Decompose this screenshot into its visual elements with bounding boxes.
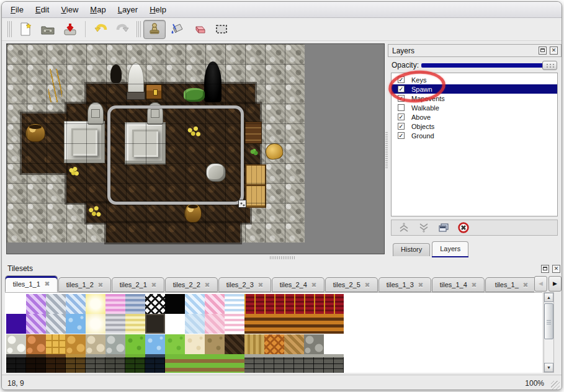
tileset-tab-tiles_2_4[interactable]: tiles_2_4✖ <box>272 277 325 292</box>
tile-grs[interactable] <box>125 334 145 354</box>
tileset-scrollbar[interactable]: ▲ ▼ <box>544 292 554 373</box>
layer-checkbox[interactable]: ✓ <box>398 123 405 130</box>
tile-wds[interactable] <box>264 314 284 334</box>
tile-wgb[interactable] <box>244 354 264 373</box>
tile-cpk[interactable] <box>205 294 225 314</box>
layer-checkbox[interactable] <box>398 104 405 111</box>
tile-w4[interactable] <box>66 354 86 373</box>
tile-stn[interactable] <box>304 334 324 354</box>
tab-close-icon[interactable]: ✖ <box>45 280 50 287</box>
tile-hrb[interactable] <box>284 334 304 354</box>
tab-close-icon[interactable]: ✖ <box>365 282 370 288</box>
tileset-tab-tiles_2_5[interactable]: tiles_2_5✖ <box>325 277 378 292</box>
tile-fgd2[interactable] <box>66 334 86 354</box>
menu-view[interactable]: View <box>61 5 78 14</box>
tileset-tab-tiles_1_1[interactable]: tiles_1_1✖ <box>5 275 58 292</box>
map-viewport[interactable] <box>6 43 385 254</box>
tile-wgb[interactable] <box>284 354 304 373</box>
new-file-button[interactable] <box>14 20 37 39</box>
tileset-tab-tiles_1_4[interactable]: tiles_1_4✖ <box>432 277 485 292</box>
tile-cur[interactable] <box>284 294 304 314</box>
tile-w7[interactable] <box>125 354 145 373</box>
tile-cur[interactable] <box>264 294 284 314</box>
tile-w3[interactable] <box>46 354 66 373</box>
tab-close-icon[interactable]: ✖ <box>418 282 423 288</box>
tile-wh[interactable] <box>165 314 185 334</box>
save-file-button[interactable] <box>59 20 81 39</box>
rect-select-tool-button[interactable] <box>210 20 233 39</box>
tile-for[interactable] <box>26 334 46 354</box>
tile-cbl[interactable] <box>66 294 86 314</box>
tile-wds[interactable] <box>244 314 264 334</box>
tile-w5[interactable] <box>86 354 105 373</box>
tilesets-float-button[interactable] <box>541 265 549 273</box>
layer-row-objects[interactable]: ✓Objects <box>392 122 557 131</box>
tab-close-icon[interactable]: ✖ <box>311 282 316 288</box>
tile-cpu[interactable] <box>26 294 46 314</box>
layer-row-spawn[interactable]: ✓Spawn <box>392 84 557 94</box>
layer-row-above[interactable]: ✓Above <box>392 112 557 122</box>
opacity-slider-handle[interactable] <box>542 61 557 70</box>
scroll-up-button[interactable]: ▲ <box>544 293 553 302</box>
tab-close-icon[interactable]: ✖ <box>151 282 156 288</box>
tile-glw[interactable] <box>86 294 105 314</box>
move-layer-up-button[interactable] <box>398 222 410 233</box>
tile-pbe[interactable] <box>86 334 105 354</box>
layer-checkbox[interactable]: ✓ <box>398 76 405 83</box>
tileset-tab-tiles_1_3[interactable]: tiles_1_3✖ <box>378 277 431 292</box>
tile-pth[interactable] <box>185 354 205 373</box>
tile-pth[interactable] <box>225 354 244 373</box>
dock-tab-history[interactable]: History <box>393 243 430 256</box>
tile-grs2[interactable] <box>165 334 185 354</box>
opacity-slider-track[interactable] <box>421 63 557 68</box>
tile-pth[interactable] <box>165 354 185 373</box>
tab-close-icon[interactable]: ✖ <box>523 282 528 288</box>
tile-fwh[interactable] <box>6 334 26 354</box>
layers-float-button[interactable] <box>539 47 547 55</box>
tile-wh[interactable] <box>324 334 344 354</box>
tile-w6[interactable] <box>105 354 125 373</box>
menu-file[interactable]: File <box>11 5 24 14</box>
open-file-button[interactable] <box>37 20 59 39</box>
tile-wbl[interactable] <box>225 294 244 314</box>
tile-syl[interactable] <box>125 314 145 334</box>
horizontal-splitter-handle[interactable] <box>270 256 295 259</box>
tab-scroll-left-button[interactable]: ◀ <box>534 276 547 292</box>
layer-row-walkable[interactable]: Walkable <box>392 103 557 112</box>
layer-row-ground[interactable]: ✓Ground <box>392 131 557 140</box>
tile-tpk[interactable] <box>205 314 225 334</box>
tile-wgb[interactable] <box>264 354 284 373</box>
menu-map[interactable]: Map <box>90 5 105 14</box>
tile-wh[interactable] <box>6 294 26 314</box>
tile-cgr[interactable] <box>46 314 66 334</box>
tile-wgb[interactable] <box>324 354 344 373</box>
tile-cav[interactable] <box>225 334 244 354</box>
fill-tool-button[interactable] <box>166 20 188 39</box>
map-selection-rect[interactable] <box>107 105 244 205</box>
tileset-tab-tiles_2_1[interactable]: tiles_2_1✖ <box>112 277 164 292</box>
layer-row-keys[interactable]: ✓Keys <box>392 75 557 84</box>
tile-glw2[interactable] <box>86 314 105 334</box>
tab-close-icon[interactable]: ✖ <box>98 282 103 288</box>
tile-wds[interactable] <box>324 314 344 334</box>
tile-pth[interactable] <box>205 354 225 373</box>
dock-tab-layers[interactable]: Layers <box>432 241 468 256</box>
tile-cur[interactable] <box>324 294 344 314</box>
layer-checkbox[interactable]: ✓ <box>398 86 405 92</box>
tile-bwv[interactable] <box>264 334 284 354</box>
toolbar-drag-handle-2[interactable] <box>137 21 141 37</box>
tile-pgy[interactable] <box>105 334 125 354</box>
scroll-down-button[interactable]: ▼ <box>544 363 553 372</box>
tile-blk[interactable] <box>165 294 185 314</box>
eraser-tool-button[interactable] <box>188 20 210 39</box>
tile-wpl[interactable] <box>244 334 264 354</box>
tile-wgb[interactable] <box>304 354 324 373</box>
tile-fgd[interactable] <box>46 334 66 354</box>
tile-cpu[interactable] <box>26 314 46 334</box>
resize-grip[interactable] <box>551 381 560 390</box>
layer-checkbox[interactable]: ✓ <box>398 95 405 102</box>
delete-layer-button[interactable] <box>457 222 470 233</box>
tile-cur[interactable] <box>304 294 324 314</box>
toolbar-drag-handle[interactable] <box>7 21 12 37</box>
stamp-tool-button[interactable] <box>143 20 166 39</box>
